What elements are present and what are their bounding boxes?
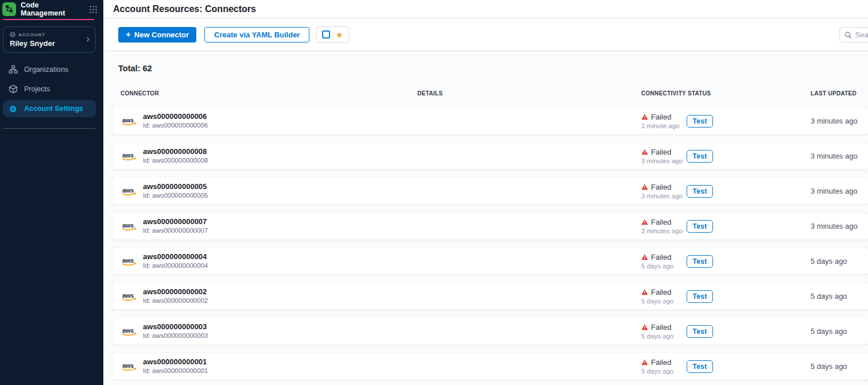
page-title: Account Resources: Connectors xyxy=(113,4,256,14)
failed-warning-icon xyxy=(641,324,648,330)
status-label: Failed xyxy=(651,183,671,191)
failed-warning-icon xyxy=(641,289,648,295)
status-time: 5 days ago xyxy=(641,263,687,270)
sidebar-item-account-settings[interactable]: ⚙ Account Settings xyxy=(3,100,96,117)
test-button[interactable]: Test xyxy=(687,150,713,163)
connector-id: Id: aws000000000002 xyxy=(143,297,208,305)
test-cell: Test xyxy=(687,290,811,303)
org-chart-icon xyxy=(9,65,18,74)
total-count: Total: 62 xyxy=(118,64,868,73)
connector-name: aws000000000003 xyxy=(143,323,208,332)
connector-text: aws000000000002 Id: aws000000000002 xyxy=(143,288,208,305)
svg-text:aws: aws xyxy=(122,221,134,228)
connector-cell: aws aws000000000007 Id: aws000000000007 xyxy=(122,218,417,235)
aws-icon: aws xyxy=(122,186,138,197)
connector-text: aws000000000001 Id: aws000000000001 xyxy=(143,358,208,375)
last-updated: 3 minutes ago xyxy=(811,152,868,160)
create-via-yaml-builder-button[interactable]: Create via YAML Builder xyxy=(204,27,309,43)
sidebar-header: Code Management xyxy=(0,0,103,17)
search-box xyxy=(839,27,868,43)
test-cell: Test xyxy=(687,185,811,198)
table-row[interactable]: aws aws000000000003 Id: aws000000000003 … xyxy=(113,318,868,345)
test-button[interactable]: Test xyxy=(687,220,713,233)
plus-icon: + xyxy=(126,30,131,38)
sidebar-item-projects[interactable]: Projects xyxy=(3,80,96,98)
app-title: Code Management xyxy=(21,1,84,17)
status-cell: Failed 5 days ago xyxy=(641,288,687,305)
table-row[interactable]: aws aws000000000001 Id: aws000000000001 … xyxy=(113,353,868,380)
column-header-connectivity-status: CONNECTIVITY STATUS xyxy=(641,90,811,98)
last-updated: 5 days ago xyxy=(811,362,868,371)
aws-icon: aws xyxy=(122,221,138,232)
status-label: Failed xyxy=(651,148,671,156)
toolbar: + New Connector Create via YAML Builder … xyxy=(103,18,868,51)
aws-icon: aws xyxy=(122,151,138,161)
page-header: Account Resources: Connectors xyxy=(103,0,868,18)
status-label: Failed xyxy=(651,288,671,297)
account-selector[interactable]: ACCOUNT Riley Snyder › xyxy=(3,26,96,53)
module-accent-line xyxy=(3,19,94,20)
test-button[interactable]: Test xyxy=(687,290,713,303)
test-button[interactable]: Test xyxy=(687,255,713,268)
aws-icon: aws xyxy=(122,291,138,302)
test-button[interactable]: Test xyxy=(687,115,713,128)
test-button[interactable]: Test xyxy=(687,360,713,373)
last-updated: 5 days ago xyxy=(811,257,868,265)
table-header: CONNECTOR DETAILS CONNECTIVITY STATUS LA… xyxy=(103,90,868,98)
connector-id: Id: aws000000000006 xyxy=(143,121,208,130)
account-name: Riley Snyder xyxy=(10,39,80,48)
status-cell: Failed 5 days ago xyxy=(641,253,687,270)
sidebar-divider xyxy=(3,128,95,129)
table-row[interactable]: aws aws000000000004 Id: aws000000000004 … xyxy=(113,248,868,275)
status-cell: Failed 5 days ago xyxy=(641,358,687,375)
search-input[interactable] xyxy=(855,30,868,39)
connector-cell: aws aws000000000002 Id: aws000000000002 xyxy=(122,288,417,305)
connector-text: aws000000000005 Id: aws000000000005 xyxy=(143,183,208,200)
table-row[interactable]: aws aws000000000002 Id: aws000000000002 … xyxy=(113,283,868,310)
status-time: 3 minutes ago xyxy=(641,157,687,164)
table-row[interactable]: aws aws000000000008 Id: aws000000000008 … xyxy=(113,143,868,170)
sidebar-item-organizations[interactable]: Organizations xyxy=(3,61,96,78)
status-time: 1 minute ago xyxy=(641,122,687,129)
table-row[interactable]: aws aws000000000007 Id: aws000000000007 … xyxy=(113,213,868,240)
table-row[interactable]: aws aws000000000006 Id: aws000000000006 … xyxy=(113,107,868,134)
status-cell: Failed 3 minutes ago xyxy=(641,183,687,199)
gear-icon: ⚙ xyxy=(9,104,18,113)
connector-name: aws000000000008 xyxy=(143,148,208,156)
connector-cell: aws aws000000000008 Id: aws000000000008 xyxy=(122,148,417,165)
connector-text: aws000000000007 Id: aws000000000007 xyxy=(143,218,208,235)
column-header-last-updated: LAST UPDATED xyxy=(811,90,868,98)
test-button[interactable]: Test xyxy=(687,325,713,338)
connector-name: aws000000000004 xyxy=(143,253,208,261)
status-cell: Failed 1 minute ago xyxy=(641,113,687,129)
connector-id: Id: aws000000000003 xyxy=(143,332,208,340)
connector-rows: aws aws000000000006 Id: aws000000000006 … xyxy=(103,107,868,380)
test-button[interactable]: Test xyxy=(687,185,713,198)
failed-warning-icon xyxy=(641,149,648,155)
favorites-checkbox[interactable] xyxy=(322,30,330,38)
connector-id: Id: aws000000000001 xyxy=(143,367,208,375)
chevron-right-icon: › xyxy=(86,34,90,44)
status-cell: Failed 3 minutes ago xyxy=(641,218,687,234)
test-cell: Test xyxy=(687,115,811,128)
svg-text:aws: aws xyxy=(122,326,134,333)
app-grid-icon[interactable] xyxy=(89,5,98,14)
account-scope-icon xyxy=(10,32,16,37)
svg-text:aws: aws xyxy=(122,361,134,368)
status-cell: Failed 5 days ago xyxy=(641,323,687,340)
new-connector-button[interactable]: + New Connector xyxy=(118,27,196,43)
connector-cell: aws aws000000000005 Id: aws000000000005 xyxy=(122,183,417,200)
favorites-filter-group: ★ xyxy=(316,26,348,43)
table-row[interactable]: aws aws000000000005 Id: aws000000000005 … xyxy=(113,178,868,205)
status-time: 3 minutes ago xyxy=(641,192,687,199)
connector-id: Id: aws000000000005 xyxy=(143,191,208,200)
connector-name: aws000000000007 xyxy=(143,218,208,226)
test-cell: Test xyxy=(687,150,811,163)
code-management-logo-icon xyxy=(2,2,16,16)
status-label: Failed xyxy=(651,358,671,367)
status-cell: Failed 3 minutes ago xyxy=(641,148,687,164)
connector-text: aws000000000006 Id: aws000000000006 xyxy=(143,113,208,130)
svg-text:aws: aws xyxy=(122,291,134,298)
star-icon[interactable]: ★ xyxy=(335,30,343,39)
connector-name: aws000000000002 xyxy=(143,288,208,297)
